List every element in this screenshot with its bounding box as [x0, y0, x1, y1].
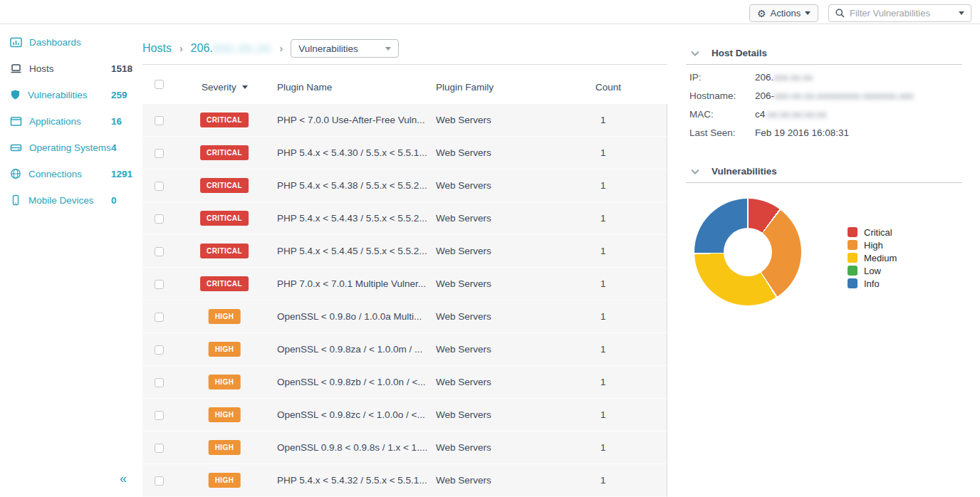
- legend-swatch-critical: [848, 227, 858, 237]
- table-row[interactable]: HIGH OpenSSL < 0.9.8zc / < 1.0.0o / <...…: [142, 399, 667, 431]
- vulnerabilities-section-header[interactable]: Vulnerabilities: [691, 166, 777, 177]
- chevron-down-icon[interactable]: [691, 51, 699, 56]
- breadcrumb-hosts-link[interactable]: Hosts: [142, 42, 172, 55]
- plugin-name: PHP 7.0.x < 7.0.1 Multiple Vulner...: [277, 278, 426, 289]
- row-checkbox[interactable]: [155, 149, 164, 158]
- row-checkbox[interactable]: [155, 476, 164, 486]
- severity-badge: CRITICAL: [200, 145, 249, 160]
- chevron-down-icon: [385, 47, 391, 51]
- plugin-family: Web Servers: [436, 409, 491, 420]
- count-value: 1: [600, 147, 606, 158]
- field-value-prefix: c4: [755, 109, 765, 120]
- field-label: MAC:: [689, 109, 755, 120]
- actions-button[interactable]: ⚙ Actions: [749, 4, 818, 22]
- table-header: Severity Plugin Name Plugin Family Count: [142, 64, 667, 104]
- severity-badge: CRITICAL: [200, 178, 249, 193]
- redacted-value: xxx.xx.xx: [773, 72, 813, 83]
- row-checkbox[interactable]: [155, 214, 164, 224]
- host-details-section-header[interactable]: Host Details: [691, 48, 767, 58]
- table-row[interactable]: CRITICAL PHP 5.4.x < 5.4.38 / 5.5.x < 5.…: [142, 169, 667, 202]
- vulnerabilities-donut-chart: [694, 199, 801, 305]
- field-value-prefix: 206-: [755, 90, 774, 101]
- plugin-family: Web Servers: [436, 344, 491, 355]
- sidebar-item-mobile-devices[interactable]: Mobile Devices 0: [10, 193, 137, 207]
- sidebar-item-hosts[interactable]: Hosts 1518: [10, 61, 137, 75]
- row-checkbox[interactable]: [155, 280, 164, 289]
- column-header-plugin-family[interactable]: Plugin Family: [436, 82, 494, 93]
- sidebar-item-label: Applications: [29, 116, 81, 127]
- table-row[interactable]: HIGH OpenSSL < 0.9.8o / 1.0.0a Multi... …: [142, 300, 667, 333]
- sidebar-item-operating-systems[interactable]: Operating Systems 4: [10, 140, 137, 155]
- plugin-name: PHP < 7.0.0 Use-After-Free Vuln...: [277, 115, 424, 125]
- row-checkbox[interactable]: [155, 444, 164, 453]
- section-title: Host Details: [711, 48, 767, 58]
- sidebar-item-label: Mobile Devices: [28, 195, 94, 206]
- column-header-severity[interactable]: Severity: [202, 82, 248, 93]
- legend-swatch-info: [848, 278, 858, 288]
- count-value: 1: [600, 475, 606, 486]
- plugin-name: OpenSSL 0.9.8 < 0.9.8s / 1.x < 1....: [277, 442, 427, 453]
- table-row[interactable]: HIGH OpenSSL < 0.9.8zb / < 1.0.0n / <...…: [142, 366, 667, 399]
- severity-badge: HIGH: [209, 473, 241, 488]
- legend-label: Critical: [864, 227, 892, 238]
- count-value: 1: [600, 246, 606, 256]
- sidebar-item-applications[interactable]: Applications 16: [10, 114, 137, 128]
- section-title: Vulnerabilities: [711, 166, 777, 177]
- table-row[interactable]: CRITICAL PHP 5.4.x < 5.4.43 / 5.5.x < 5.…: [142, 202, 667, 235]
- column-header-plugin-name[interactable]: Plugin Name: [277, 82, 332, 93]
- legend-label: Medium: [864, 253, 897, 263]
- sidebar-item-dashboards[interactable]: Dashboards: [10, 35, 137, 49]
- legend-swatch-high: [848, 240, 858, 250]
- top-bar: ⚙ Actions Filter Vulnerabilities: [0, 0, 980, 24]
- shield-icon: [10, 89, 21, 100]
- chevron-down-icon[interactable]: [691, 169, 699, 174]
- globe-icon: [10, 168, 21, 179]
- plugin-name: OpenSSL < 0.9.8zc / < 1.0.0o / <...: [277, 409, 425, 420]
- severity-badge: CRITICAL: [200, 276, 249, 291]
- severity-badge: HIGH: [209, 375, 241, 389]
- host-detail-ip: IP:206.xxx.xx.xx: [689, 72, 813, 83]
- column-header-count[interactable]: Count: [595, 82, 621, 93]
- breadcrumb-host[interactable]: 206.xxx.xx.xx: [191, 42, 272, 55]
- legend-label: Info: [864, 278, 880, 289]
- table-row[interactable]: HIGH PHP 5.4.x < 5.4.32 / 5.5.x < 5.5.1.…: [142, 464, 667, 497]
- table-row[interactable]: CRITICAL PHP < 7.0.0 Use-After-Free Vuln…: [142, 104, 667, 137]
- severity-badge: CRITICAL: [200, 113, 249, 127]
- select-all-checkbox[interactable]: [155, 80, 164, 89]
- count-value: 1: [600, 442, 606, 453]
- row-checkbox[interactable]: [155, 247, 164, 256]
- row-checkbox[interactable]: [155, 345, 164, 355]
- filter-vulnerabilities-input[interactable]: Filter Vulnerabilities: [828, 4, 971, 22]
- plugin-name: PHP 5.4.x < 5.4.32 / 5.5.x < 5.5.1...: [277, 475, 427, 486]
- view-selector-dropdown[interactable]: Vulnerabilities: [291, 39, 399, 58]
- sidebar-item-label: Operating Systems: [29, 142, 111, 153]
- field-value-prefix: 206.: [755, 72, 773, 83]
- severity-badge: HIGH: [209, 309, 241, 324]
- chevron-down-icon[interactable]: [959, 11, 964, 15]
- host-ip-prefix: 206.: [191, 42, 213, 54]
- table-row[interactable]: HIGH OpenSSL < 0.9.8za / < 1.0.0m / ... …: [142, 333, 667, 366]
- donut-hole: [724, 228, 772, 276]
- row-checkbox[interactable]: [155, 378, 164, 387]
- field-label: Last Seen:: [689, 127, 755, 138]
- table-row[interactable]: CRITICAL PHP 7.0.x < 7.0.1 Multiple Vuln…: [142, 268, 667, 300]
- chevron-down-icon: [805, 11, 810, 15]
- plugin-name: PHP 5.4.x < 5.4.45 / 5.5.x < 5.5.2...: [277, 246, 427, 256]
- plugin-name: OpenSSL < 0.9.8zb / < 1.0.0n / <...: [277, 377, 426, 387]
- sidebar-item-vulnerabilities[interactable]: Vulnerabilities 259: [10, 88, 137, 102]
- sidebar-collapse-button[interactable]: «: [120, 471, 127, 486]
- severity-badge: HIGH: [209, 407, 241, 422]
- plugin-name: PHP 5.4.x < 5.4.43 / 5.5.x < 5.5.2...: [277, 213, 427, 224]
- bar-chart-icon: [10, 36, 22, 48]
- row-checkbox[interactable]: [155, 182, 164, 191]
- table-row[interactable]: CRITICAL PHP 5.4.x < 5.4.45 / 5.5.x < 5.…: [142, 235, 667, 268]
- row-checkbox[interactable]: [155, 116, 164, 125]
- table-row[interactable]: CRITICAL PHP 5.4.x < 5.4.30 / 5.5.x < 5.…: [142, 137, 667, 169]
- sidebar-item-connections[interactable]: Connections 1291: [10, 167, 137, 181]
- row-checkbox[interactable]: [155, 411, 164, 420]
- actions-button-label: Actions: [771, 8, 801, 19]
- row-checkbox[interactable]: [155, 313, 164, 322]
- sidebar: Dashboards Hosts 1518 Vulnerabilities 25…: [0, 24, 140, 497]
- legend-label: High: [864, 240, 883, 251]
- table-row[interactable]: HIGH OpenSSL 0.9.8 < 0.9.8s / 1.x < 1...…: [142, 431, 667, 464]
